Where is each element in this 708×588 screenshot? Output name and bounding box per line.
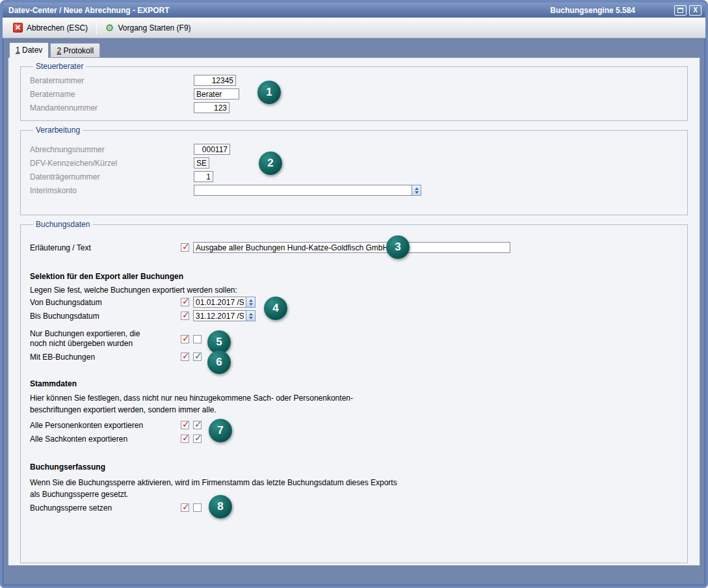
group-steuerberater-legend: Steuerberater — [33, 62, 86, 71]
row-beratername: Beratername 1 — [30, 87, 678, 101]
von-buchungsdatum-input[interactable] — [193, 297, 246, 308]
step-badge-2: 2 — [259, 152, 282, 175]
alle-sachkonten-active-checkbox[interactable] — [181, 434, 189, 443]
selektion-intro: Legen Sie fest, welche Buchungen exporti… — [30, 286, 678, 295]
von-buchungsdatum-label: Von Buchungsdatum — [30, 298, 181, 307]
spinner-down-icon — [249, 317, 253, 319]
stammdaten-desc-line2: beschriftungen exportiert werden, sonder… — [30, 404, 678, 416]
datentraegernummer-input[interactable] — [194, 171, 213, 182]
von-buchungsdatum-active-checkbox[interactable] — [181, 298, 189, 306]
dfv-kennzeichen-input[interactable] — [194, 157, 209, 168]
toolbar: Abbrechen (ESC) ⚙ Vorgang Starten (F9) — [3, 18, 705, 38]
datev-tab-panel: Steuerberater Beraternummer Beratername … — [8, 57, 700, 566]
row-mit-eb-buchungen: Mit EB-Buchungen 6 — [30, 350, 678, 364]
von-buchungsdatum-field — [193, 297, 256, 308]
alle-personenkonten-label: Alle Personenkonten exportieren — [30, 421, 181, 430]
alle-personenkonten-checkbox[interactable] — [193, 421, 202, 429]
interimskonto-label: Interimskonto — [30, 186, 194, 195]
von-buchungsdatum-spinner[interactable] — [246, 297, 256, 308]
bis-buchungsdatum-input[interactable] — [193, 310, 246, 321]
step-badge-7: 7 — [209, 419, 232, 442]
nur-nicht-uebergebene-label-line2: noch nicht übergeben wurden — [30, 339, 181, 349]
step-badge-1: 1 — [257, 81, 281, 104]
group-verarbeitung: Verarbeitung Abrechnungsnummer DFV-Kennz… — [20, 126, 688, 215]
abort-button[interactable]: Abbrechen (ESC) — [8, 20, 93, 35]
beratername-input[interactable] — [194, 88, 239, 100]
start-process-button[interactable]: ⚙ Vorgang Starten (F9) — [100, 20, 196, 36]
row-nur-nicht-uebergebene: Nur Buchungen exportieren, die noch nich… — [30, 329, 678, 349]
row-dfv-kennzeichen: DFV-Kennzeichen/Kürzel 2 — [30, 156, 678, 170]
nur-nicht-uebergebene-checkbox[interactable] — [193, 335, 202, 343]
nur-nicht-uebergebene-label: Nur Buchungen exportieren, die noch nich… — [30, 329, 181, 349]
tab-datev[interactable]: 1 Datev — [9, 42, 49, 58]
stammdaten-heading: Stammdaten — [30, 379, 678, 389]
mit-eb-buchungen-checkbox[interactable] — [193, 353, 202, 361]
step-badge-3: 3 — [386, 235, 410, 259]
alle-sachkonten-checkbox[interactable] — [193, 434, 202, 443]
nur-nicht-uebergebene-active-checkbox[interactable] — [181, 335, 189, 343]
buchungssperre-checkbox[interactable] — [193, 503, 202, 512]
group-buchungsdaten-legend: Buchungsdaten — [33, 220, 92, 229]
row-beraternummer: Beraternummer — [30, 74, 678, 87]
row-interimskonto: Interimskonto — [30, 183, 678, 197]
selektion-heading: Selektion für den Export aller Buchungen — [30, 272, 678, 282]
bis-buchungsdatum-spinner[interactable] — [246, 310, 256, 321]
group-steuerberater: Steuerberater Beraternummer Beratername … — [20, 62, 688, 121]
spinner-up-icon — [415, 187, 419, 190]
bis-buchungsdatum-field — [193, 310, 256, 321]
buchungserfassung-heading: Buchungserfassung — [30, 462, 678, 472]
dfv-kennzeichen-label: DFV-Kennzeichen/Kürzel — [30, 159, 194, 168]
interimskonto-input[interactable] — [194, 185, 412, 196]
row-erlaeuterung: Erläuterung / Text 3 — [30, 241, 678, 254]
row-mandantennummer: Mandantennummer — [30, 101, 678, 114]
step-badge-8: 8 — [209, 495, 232, 518]
group-verarbeitung-legend: Verarbeitung — [33, 126, 83, 135]
mandantennummer-input[interactable] — [194, 102, 229, 113]
abrechnungsnummer-input[interactable] — [194, 144, 230, 155]
spinner-down-icon — [415, 191, 419, 194]
datentraegernummer-label: Datenträgernummer — [30, 172, 194, 181]
window-title: Datev-Center / Neue Abrechnung - EXPORT — [8, 6, 170, 15]
row-bis-buchungsdatum: Bis Buchungsdatum — [30, 309, 678, 323]
bis-buchungsdatum-active-checkbox[interactable] — [181, 312, 189, 320]
spinner-up-icon — [249, 299, 253, 302]
tab-protokoll-label: Protokoll — [61, 46, 94, 55]
mit-eb-buchungen-active-checkbox[interactable] — [181, 353, 189, 361]
titlebar[interactable]: Datev-Center / Neue Abrechnung - EXPORT … — [3, 3, 705, 18]
gear-start-icon: ⚙ — [105, 23, 114, 33]
row-alle-personenkonten: Alle Personenkonten exportieren 7 — [30, 418, 678, 432]
tab-datev-accelerator: 1 — [16, 46, 20, 55]
erlaeuterung-active-checkbox[interactable] — [181, 243, 189, 252]
interimskonto-spinner[interactable] — [412, 185, 421, 196]
alle-sachkonten-label: Alle Sachkonten exportieren — [30, 434, 181, 444]
alle-personenkonten-active-checkbox[interactable] — [181, 421, 189, 429]
nur-nicht-uebergebene-label-line1: Nur Buchungen exportieren, die — [30, 329, 181, 339]
abrechnungsnummer-label: Abrechnungsnummer — [30, 145, 194, 154]
row-datentraegernummer: Datenträgernummer — [30, 170, 678, 183]
step-badge-6: 6 — [207, 351, 231, 374]
row-buchungssperre: Buchungssperre setzen 8 — [30, 501, 678, 514]
tab-datev-label: Datev — [20, 46, 43, 55]
spinner-down-icon — [249, 303, 253, 306]
tab-protokoll[interactable]: 2 Protokoll — [50, 43, 100, 57]
start-process-button-label: Vorgang Starten (F9) — [118, 23, 191, 33]
erlaeuterung-label: Erläuterung / Text — [30, 243, 181, 252]
engine-version-label: Buchungsengine 5.584 — [550, 6, 635, 15]
erlaeuterung-input[interactable] — [193, 242, 510, 253]
app-window: Datev-Center / Neue Abrechnung - EXPORT … — [0, 0, 708, 588]
buchungssperre-active-checkbox[interactable] — [181, 503, 189, 512]
stammdaten-desc-line1: Hier können Sie festlegen, dass nicht nu… — [30, 392, 678, 404]
tab-strip: 1 Datev 2 Protokoll — [3, 38, 705, 57]
maximize-button[interactable] — [674, 5, 687, 16]
beraternummer-input[interactable] — [194, 75, 236, 86]
row-alle-sachkonten: Alle Sachkonten exportieren — [30, 432, 678, 446]
bis-buchungsdatum-label: Bis Buchungsdatum — [30, 312, 181, 321]
buchungserfassung-desc-line1: Wenn Sie die Buchungssperre aktivieren, … — [30, 477, 678, 488]
row-abrechnungsnummer: Abrechnungsnummer — [30, 142, 678, 156]
close-button[interactable]: X — [689, 5, 701, 16]
spinner-up-icon — [249, 313, 253, 315]
red-x-icon — [13, 23, 23, 33]
buchungssperre-label: Buchungssperre setzen — [30, 503, 181, 513]
maximize-icon — [677, 8, 683, 13]
beratername-label: Beratername — [30, 90, 194, 99]
